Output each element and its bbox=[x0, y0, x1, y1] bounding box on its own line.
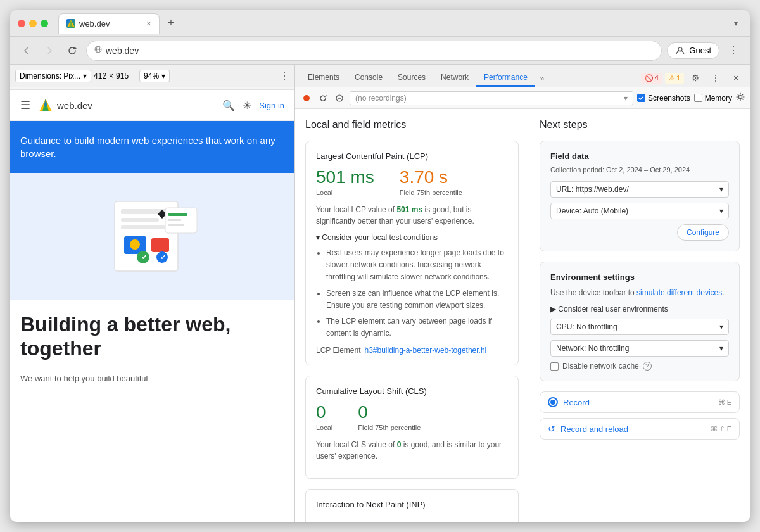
reload-record-icon[interactable] bbox=[317, 92, 329, 104]
hamburger-icon[interactable]: ☰ bbox=[20, 98, 30, 112]
traffic-lights bbox=[18, 20, 48, 27]
lcp-highlight: 501 ms bbox=[396, 205, 422, 214]
record-reload-button[interactable]: ↺ Record and reload ⌘ ⇧ E bbox=[540, 418, 740, 440]
tab-console[interactable]: Console bbox=[347, 69, 390, 87]
browser-menu-button[interactable]: ⋮ bbox=[725, 42, 742, 60]
clear-icon[interactable] bbox=[333, 92, 346, 104]
zoom-selector[interactable]: 94% ▾ bbox=[139, 70, 170, 82]
forward-button[interactable] bbox=[41, 42, 58, 60]
url-dropdown-label: URL: https://web.dev/ bbox=[556, 185, 629, 194]
reload-button[interactable] bbox=[63, 42, 81, 60]
devtools-more-icon[interactable]: ⋮ bbox=[707, 69, 725, 87]
hero-heading: Building a better web, together bbox=[10, 300, 294, 374]
field-data-title: Field data bbox=[550, 151, 729, 161]
network-dropdown[interactable]: Network: No throttling ▾ bbox=[550, 340, 729, 357]
browser-viewport: Dimensions: Pix... ▾ 412 × 915 94% ▾ ⋮ bbox=[10, 65, 295, 522]
cls-card: Cumulative Layout Shift (CLS) 0 Local 0 … bbox=[305, 376, 519, 479]
cls-local-label: Local bbox=[316, 424, 332, 431]
cls-values: 0 Local 0 Field 75th percentile bbox=[316, 402, 508, 431]
tab-list-button[interactable]: ▾ bbox=[730, 17, 742, 30]
configure-button[interactable]: Configure bbox=[677, 224, 729, 241]
close-button[interactable] bbox=[18, 20, 25, 27]
lcp-card: Largest Contentful Paint (LCP) 501 ms Lo… bbox=[305, 141, 519, 365]
cpu-label: CPU: No throttling bbox=[556, 322, 618, 331]
lcp-local-value: 501 ms bbox=[316, 167, 374, 187]
env-collapsible[interactable]: ▶ Consider real user environments bbox=[550, 305, 729, 314]
devtools-right-icons: 🚫 4 ⚠ 1 ⚙ ⋮ × bbox=[641, 69, 745, 87]
tab-bar: web.dev × + bbox=[58, 13, 725, 34]
svg-rect-11 bbox=[121, 218, 159, 222]
url-bar[interactable]: web.dev bbox=[86, 41, 662, 61]
warning-badge: ⚠ 1 bbox=[665, 73, 684, 84]
site-logo: web.dev bbox=[38, 98, 92, 113]
svg-point-30 bbox=[739, 96, 742, 99]
dimensions-label: Dimensions: Pix... bbox=[20, 72, 80, 80]
field-data-subtitle: Collection period: Oct 2, 2024 – Oct 29,… bbox=[550, 166, 729, 174]
cls-field-label: Field 75th percentile bbox=[358, 424, 421, 431]
record-circle-icon bbox=[550, 400, 555, 405]
recording-settings-icon[interactable] bbox=[736, 92, 745, 103]
width-value: 412 bbox=[94, 72, 106, 80]
height-value: 915 bbox=[116, 72, 129, 80]
env-settings-title: Environment settings bbox=[550, 272, 729, 282]
memory-checkbox-group[interactable]: Memory bbox=[694, 94, 732, 103]
back-button[interactable] bbox=[18, 42, 35, 60]
device-dropdown-label: Device: Auto (Mobile) bbox=[556, 206, 628, 215]
maximize-button[interactable] bbox=[41, 20, 48, 27]
cache-help-icon[interactable]: ? bbox=[643, 362, 652, 370]
tab-close-icon[interactable]: × bbox=[146, 18, 151, 28]
memory-checkbox[interactable] bbox=[694, 94, 702, 102]
device-dropdown[interactable]: Device: Auto (Mobile) ▾ bbox=[550, 203, 729, 219]
tab-network[interactable]: Network bbox=[433, 69, 476, 87]
cross-symbol: × bbox=[109, 72, 113, 80]
search-icon[interactable]: 🔍 bbox=[222, 99, 235, 111]
svg-text:✓: ✓ bbox=[141, 253, 148, 262]
illustration-area: ✓ ✓ bbox=[10, 173, 294, 300]
simulate-devices-link[interactable]: simulate different devices bbox=[636, 288, 722, 297]
screenshots-label: Screenshots bbox=[648, 94, 690, 103]
devtools-close-icon[interactable]: × bbox=[727, 69, 745, 87]
minimize-button[interactable] bbox=[29, 20, 37, 27]
nextsteps-title: Next steps bbox=[540, 119, 740, 130]
browser-tab[interactable]: web.dev × bbox=[58, 13, 160, 34]
tab-sources[interactable]: Sources bbox=[390, 69, 433, 87]
screenshots-checkbox-group[interactable]: Screenshots bbox=[637, 94, 690, 103]
network-label: Network: No throttling bbox=[556, 344, 629, 353]
tab-elements[interactable]: Elements bbox=[300, 69, 347, 87]
lcp-values: 501 ms Local 3.70 s Field 75th percentil… bbox=[316, 167, 508, 196]
dimensions-selector[interactable]: Dimensions: Pix... ▾ bbox=[15, 70, 91, 82]
more-tabs-button[interactable]: » bbox=[535, 70, 550, 87]
svg-rect-14 bbox=[151, 238, 169, 252]
screenshots-checkbox[interactable] bbox=[637, 94, 645, 102]
url-dropdown-arrow: ▾ bbox=[719, 185, 723, 194]
sign-in-button[interactable]: Sign in bbox=[259, 101, 284, 110]
guest-button[interactable]: Guest bbox=[667, 42, 719, 59]
lcp-bullets: Real users may experience longer page lo… bbox=[316, 247, 508, 339]
new-tab-button[interactable]: + bbox=[162, 15, 180, 32]
lcp-bullet-3: The LCP element can vary between page lo… bbox=[326, 315, 508, 339]
svg-rect-24 bbox=[168, 218, 181, 221]
memory-label: Memory bbox=[705, 94, 732, 103]
lcp-collapsible[interactable]: ▾ Consider your local test conditions bbox=[316, 233, 508, 242]
record-start-icon[interactable] bbox=[300, 92, 313, 104]
nav-controls: ▾ bbox=[730, 17, 742, 30]
more-icon[interactable]: ⋮ bbox=[279, 70, 289, 82]
cache-checkbox[interactable] bbox=[550, 362, 559, 370]
recording-toolbar: (no recordings) ▾ Screenshots Memory bbox=[295, 87, 750, 109]
cls-field-group: 0 Field 75th percentile bbox=[358, 402, 421, 431]
lcp-field-group: 3.70 s Field 75th percentile bbox=[400, 167, 462, 196]
url-dropdown[interactable]: URL: https://web.dev/ ▾ bbox=[550, 181, 729, 198]
devtools-settings-icon[interactable]: ⚙ bbox=[687, 69, 704, 87]
theme-toggle-icon[interactable]: ☀ bbox=[243, 99, 251, 111]
svg-rect-23 bbox=[168, 213, 187, 216]
lcp-element-link[interactable]: h3#building-a-better-web-together.hi bbox=[364, 346, 486, 355]
zoom-value: 94% bbox=[144, 72, 159, 80]
inp-title: Interaction to Next Paint (INP) bbox=[316, 500, 508, 509]
warning-count: 1 bbox=[676, 74, 680, 82]
tab-performance[interactable]: Performance bbox=[476, 69, 535, 87]
recordings-dropdown[interactable]: (no recordings) ▾ bbox=[350, 91, 633, 105]
lcp-local-group: 501 ms Local bbox=[316, 167, 374, 196]
record-button[interactable]: Record ⌘ E bbox=[540, 391, 740, 413]
cache-checkbox-row: Disable network cache ? bbox=[550, 362, 729, 370]
cpu-dropdown[interactable]: CPU: No throttling ▾ bbox=[550, 319, 729, 335]
